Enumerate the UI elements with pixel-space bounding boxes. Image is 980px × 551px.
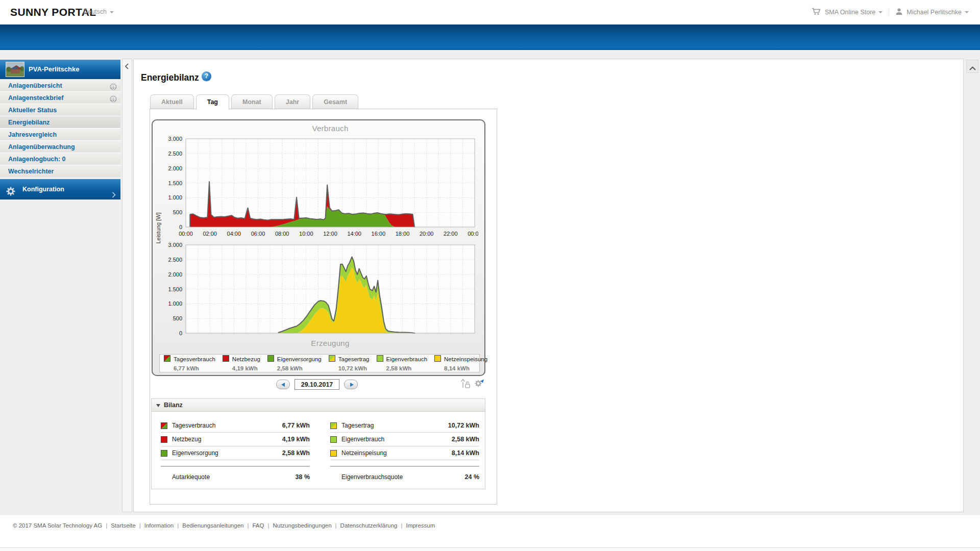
tab-jahr[interactable]: Jahr [275, 94, 310, 109]
sidebar-item-label: Anlagenlogbuch: 0 [8, 156, 66, 163]
svg-text:02:00: 02:00 [203, 231, 217, 237]
store-link[interactable]: SMA Online Store [825, 9, 875, 16]
sidebar-item-aktueller-status[interactable]: Aktueller Status [0, 104, 120, 116]
footer-link-impressum[interactable]: Impressum [406, 522, 435, 529]
svg-text:3.000: 3.000 [168, 136, 182, 142]
legend-value: 2,58 kWh [386, 365, 412, 371]
chart-panel: Verbrauch Leistung [W] 05001.0001.5002.0… [152, 119, 485, 376]
legend-item: Tagesverbrauch6,77 kWh [164, 354, 215, 372]
date-navigation [150, 379, 484, 390]
bilanz-row-eigenverbrauchsquote: Eigenverbrauchsquote 24 % [330, 473, 479, 481]
sidebar-item-wechselrichter[interactable]: Wechselrichter [0, 165, 120, 177]
tab-strip: AktuellTagMonatJahrGesamt [150, 94, 360, 109]
date-input[interactable] [295, 379, 339, 390]
svg-text:14:00: 14:00 [347, 231, 361, 237]
sidebar-item-energiebilanz[interactable]: Energiebilanz [0, 116, 120, 128]
sidebar-item-anlagensteckbrief[interactable]: Anlagensteckbrief [0, 91, 120, 104]
divider [330, 466, 479, 467]
footer-link-bedienungsanleitungen[interactable]: Bedienungsanleitungen [182, 522, 243, 529]
bilanz-row-eigenverbrauch: Eigenverbrauch 2,58 kWh [330, 433, 479, 446]
plant-name: PVA-Perlitschke [29, 65, 79, 73]
row-value: 24 % [465, 473, 480, 481]
row-label: Autarkiequote [172, 473, 296, 481]
row-value: 4,19 kWh [282, 436, 310, 443]
tagesverbrauch-swatch-icon [164, 355, 170, 362]
row-value: 10,72 kWh [448, 422, 479, 429]
erzeugung-chart-title: Erzeugung [186, 339, 475, 347]
page-settings-gear-icon[interactable] [473, 378, 484, 391]
tab-monat[interactable]: Monat [231, 94, 273, 109]
publish-icon[interactable] [460, 378, 470, 391]
footer-link-startseite[interactable]: Startseite [111, 522, 136, 529]
gear-icon [6, 184, 16, 205]
footer-link-faq[interactable]: FAQ [252, 522, 264, 529]
svg-text:0: 0 [179, 224, 182, 230]
footer-link-datenschutzerklaerung[interactable]: Datenschutzerklärung [340, 522, 398, 529]
legend-label: Tagesverbrauch [174, 356, 215, 362]
bilanz-section: Bilanz Tagesverbrauch 6,77 kWh Netzbezug… [151, 398, 485, 489]
next-day-button[interactable] [344, 380, 358, 389]
verbrauch-chart: 05001.0001.5002.0002.5003.00000:0002:000… [161, 134, 478, 238]
bilanz-header[interactable]: Bilanz [151, 398, 485, 412]
language-selector[interactable]: Deutsch [83, 8, 114, 15]
scroll-to-top-button[interactable] [966, 60, 978, 73]
legend-label: Netzeinspeisung [444, 356, 487, 362]
svg-text:0: 0 [179, 330, 182, 336]
chevron-down-icon [878, 11, 883, 13]
eigenverbrauch-swatch-icon [330, 436, 337, 443]
netzeinspeisung-swatch-icon [330, 450, 337, 457]
svg-text:1.000: 1.000 [168, 194, 182, 201]
row-label: Eigenverbrauchsquote [341, 473, 465, 481]
row-label: Tagesertrag [341, 422, 448, 429]
divider [889, 8, 889, 16]
bilanz-left-column: Tagesverbrauch 6,77 kWh Netzbezug 4,19 k… [161, 419, 310, 481]
svg-text:12:00: 12:00 [323, 231, 337, 237]
row-value: 2,58 kWh [452, 436, 479, 443]
svg-text:2.000: 2.000 [168, 165, 182, 171]
top-bar: SUNNY PORTAL Deutsch SMA Online Store Mi… [0, 0, 980, 24]
row-label: Netzeinspeisung [341, 449, 452, 457]
eigenversorgung-swatch-icon [267, 355, 274, 362]
svg-text:22:00: 22:00 [444, 231, 458, 237]
help-icon[interactable]: ? [202, 71, 211, 81]
page: SUNNY PORTAL Deutsch SMA Online Store Mi… [0, 0, 980, 551]
chevron-right-icon [112, 186, 116, 206]
tab-tag[interactable]: Tag [196, 94, 229, 110]
previous-day-button[interactable] [276, 380, 290, 389]
legend-item: Eigenverbrauch2,58 kWh [377, 354, 428, 372]
eigenversorgung-swatch-icon [161, 450, 167, 457]
tagesertrag-swatch-icon [330, 422, 337, 429]
sidebar-item-anlagenueberwachung[interactable]: Anlagenüberwachung [0, 140, 120, 153]
user-menu[interactable]: Michael Perlitschke [906, 9, 962, 16]
collapse-sidebar-button[interactable] [124, 62, 131, 71]
sidebar-item-label: Jahresvergleich [8, 131, 57, 138]
bilanz-right-column: Tagesertrag 10,72 kWh Eigenverbrauch 2,5… [330, 419, 479, 481]
plant-header[interactable]: PVA-Perlitschke [0, 60, 120, 79]
svg-text:00:00: 00:00 [179, 231, 193, 237]
legend-label: Eigenverbrauch [386, 356, 428, 362]
tagesertrag-swatch-icon [329, 355, 335, 362]
footer-link-nutzungsbedingungen[interactable]: Nutzungsbedingungen [273, 522, 331, 529]
chart-legend: Tagesverbrauch6,77 kWh Netzbezug4,19 kWh… [159, 354, 480, 372]
netzeinspeisung-swatch-icon [434, 355, 441, 362]
cart-icon [812, 8, 821, 17]
row-label: Eigenverbrauch [341, 436, 452, 443]
bilanz-row-netzeinspeisung: Netzeinspeisung 8,14 kWh [330, 446, 479, 460]
sidebar-item-anlagenuebersicht[interactable]: Anlagenübersicht [0, 79, 120, 91]
chart-tools [460, 378, 484, 391]
svg-text:10:00: 10:00 [299, 231, 313, 237]
tab-aktuell[interactable]: Aktuell [150, 94, 194, 109]
sidebar-item-konfiguration[interactable]: Konfiguration [0, 179, 120, 199]
svg-text:2.000: 2.000 [168, 271, 182, 278]
tab-gesamt[interactable]: Gesamt [312, 94, 358, 109]
svg-text:3.000: 3.000 [168, 242, 182, 248]
legend-item: Netzbezug4,19 kWh [223, 354, 260, 372]
footer-link-information[interactable]: Information [144, 522, 174, 529]
legend-value: 4,19 kWh [232, 365, 258, 371]
bottom-divider [0, 547, 980, 551]
legend-label: Netzbezug [232, 356, 260, 362]
sidebar-item-jahresvergleich[interactable]: Jahresvergleich [0, 128, 120, 140]
copyright: © 2017 SMA Solar Technology AG [13, 522, 102, 529]
sidebar-item-anlagenlogbuch[interactable]: Anlagenlogbuch: 0 [0, 153, 120, 165]
collapse-triangle-icon [156, 404, 160, 407]
